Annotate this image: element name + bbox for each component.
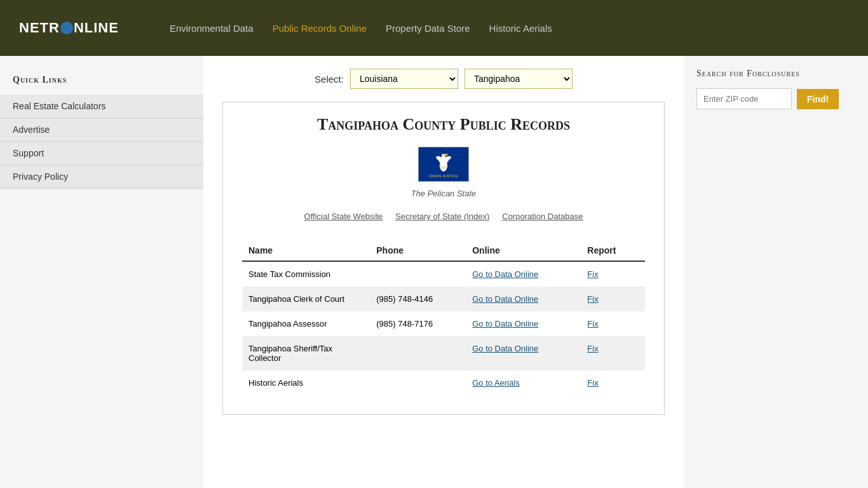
sidebar-item-real-estate[interactable]: Real Estate Calculators	[0, 95, 203, 118]
svg-point-2	[440, 159, 447, 172]
table-row: Historic AerialsGo to AerialsFix	[242, 370, 645, 395]
table-row: State Tax CommissionGo to Data OnlineFix	[242, 261, 645, 287]
online-link[interactable]: Go to Data Online	[472, 294, 538, 304]
select-row: Select: Louisiana Alabama Alaska Tangipa…	[222, 69, 665, 89]
nav-public-records[interactable]: Public Records Online	[273, 23, 367, 34]
cell-online[interactable]: Go to Data Online	[466, 311, 581, 336]
nav-historic-aerials[interactable]: Historic Aerials	[489, 23, 552, 34]
main-content: Select: Louisiana Alabama Alaska Tangipa…	[203, 56, 684, 488]
col-header-name: Name	[242, 240, 370, 261]
table-row: Tangipahoa Sheriff/Tax CollectorGo to Da…	[242, 336, 645, 370]
svg-point-9	[445, 165, 448, 168]
cell-report[interactable]: Fix	[581, 261, 645, 287]
nav-environmental-data[interactable]: Environmental Data	[170, 23, 254, 34]
cell-online[interactable]: Go to Data Online	[466, 336, 581, 370]
online-link[interactable]: Go to Data Online	[472, 344, 538, 353]
page-layout: Quick Links Real Estate Calculators Adve…	[0, 56, 868, 488]
report-link[interactable]: Fix	[587, 294, 598, 304]
flag-container: UNION JUSTICE	[242, 147, 645, 184]
flag-svg: UNION JUSTICE	[419, 147, 468, 181]
official-state-website-link[interactable]: Official State Website	[304, 212, 383, 221]
cell-name: Historic Aerials	[242, 370, 370, 395]
report-link[interactable]: Fix	[587, 378, 598, 388]
cell-online[interactable]: Go to Data Online	[466, 287, 581, 311]
sidebar-item-support[interactable]: Support	[0, 142, 203, 165]
foreclosure-form: Find!	[696, 88, 855, 109]
main-nav: Environmental Data Public Records Online…	[170, 23, 552, 34]
cell-online[interactable]: Go to Aerials	[466, 370, 581, 395]
cell-name: Tangipahoa Assessor	[242, 311, 370, 336]
state-flag: UNION JUSTICE	[418, 147, 469, 182]
state-links: Official State Website Secretary of Stat…	[242, 211, 645, 221]
site-header: NETRNLINE Environmental Data Public Reco…	[0, 0, 868, 56]
table-header-row: Name Phone Online Report	[242, 240, 645, 261]
cell-phone	[370, 261, 466, 287]
table-row: Tangipahoa Assessor(985) 748-7176Go to D…	[242, 311, 645, 336]
sidebar-item-advertise[interactable]: Advertise	[0, 118, 203, 142]
cell-name: Tangipahoa Clerk of Court	[242, 287, 370, 311]
cell-report[interactable]: Fix	[581, 311, 645, 336]
site-logo[interactable]: NETRNLINE	[19, 20, 119, 36]
zip-input[interactable]	[696, 88, 792, 109]
sidebar-item-privacy[interactable]: Privacy Policy	[0, 165, 203, 189]
col-header-report: Report	[581, 240, 645, 261]
report-link[interactable]: Fix	[587, 319, 598, 329]
cell-online[interactable]: Go to Data Online	[466, 261, 581, 287]
quick-links-title: Quick Links	[0, 69, 203, 95]
cell-phone	[370, 370, 466, 395]
table-body: State Tax CommissionGo to Data OnlineFix…	[242, 261, 645, 395]
cell-name: State Tax Commission	[242, 261, 370, 287]
foreclosure-title: Search for Forclosures	[696, 69, 855, 79]
right-sidebar: Search for Forclosures Find!	[684, 56, 868, 488]
report-link[interactable]: Fix	[587, 269, 598, 279]
state-select[interactable]: Louisiana Alabama Alaska	[350, 69, 458, 89]
cell-report[interactable]: Fix	[581, 370, 645, 395]
secretary-of-state-link[interactable]: Secretary of State (Index)	[395, 212, 489, 221]
svg-text:UNION JUSTICE: UNION JUSTICE	[429, 174, 458, 178]
cell-phone	[370, 336, 466, 370]
flag-image: UNION JUSTICE	[419, 147, 468, 181]
col-header-phone: Phone	[370, 240, 466, 261]
find-button[interactable]: Find!	[797, 89, 839, 109]
state-nickname: The Pelican State	[242, 189, 645, 198]
cell-report[interactable]: Fix	[581, 336, 645, 370]
left-sidebar: Quick Links Real Estate Calculators Adve…	[0, 56, 203, 488]
county-content: Tangipahoa County Public Records	[222, 102, 665, 415]
records-table: Name Phone Online Report State Tax Commi…	[242, 240, 645, 395]
county-select[interactable]: Tangipahoa Orleans Jefferson	[465, 69, 573, 89]
county-title: Tangipahoa County Public Records	[242, 115, 645, 134]
report-link[interactable]: Fix	[587, 344, 598, 353]
cell-phone: (985) 748-7176	[370, 311, 466, 336]
table-row: Tangipahoa Clerk of Court(985) 748-4146G…	[242, 287, 645, 311]
online-link[interactable]: Go to Aerials	[472, 378, 519, 388]
cell-name: Tangipahoa Sheriff/Tax Collector	[242, 336, 370, 370]
cell-phone: (985) 748-4146	[370, 287, 466, 311]
cell-report[interactable]: Fix	[581, 287, 645, 311]
select-label: Select:	[315, 74, 344, 85]
online-link[interactable]: Go to Data Online	[472, 269, 538, 279]
globe-icon	[60, 22, 73, 34]
nav-property-data-store[interactable]: Property Data Store	[386, 23, 470, 34]
corporation-database-link[interactable]: Corporation Database	[502, 212, 583, 221]
online-link[interactable]: Go to Data Online	[472, 319, 538, 329]
col-header-online: Online	[466, 240, 581, 261]
